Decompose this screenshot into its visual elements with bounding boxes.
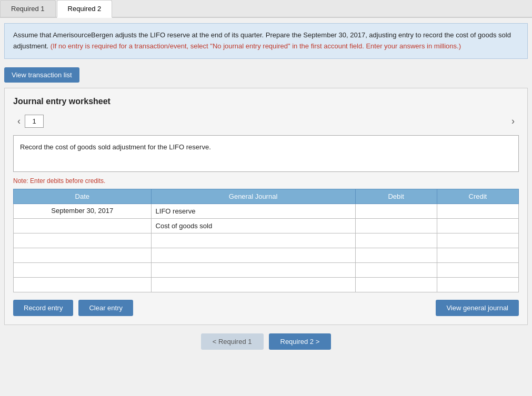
action-buttons: Record entry Clear entry View general jo…: [13, 300, 519, 316]
table-row: [14, 248, 519, 262]
cell-debit-0[interactable]: [355, 204, 437, 218]
cell-credit-2[interactable]: [437, 233, 518, 248]
cell-date-2: [14, 233, 152, 248]
nav-row: ‹ 1 ›: [13, 114, 519, 129]
journal-table: Date General Journal Debit Credit Septem…: [13, 189, 519, 292]
cell-debit-2[interactable]: [355, 233, 437, 248]
entry-description-text: Record the cost of goods sold adjustment…: [20, 143, 211, 151]
tab-required1[interactable]: Required 1: [0, 0, 56, 17]
instruction-box: Assume that AmerisourceBergen adjusts th…: [4, 23, 528, 59]
bottom-nav: < Required 1 Required 2 >: [0, 333, 532, 350]
cell-debit-3[interactable]: [355, 248, 437, 262]
cell-journal-2[interactable]: [151, 233, 355, 248]
tab-required2[interactable]: Required 2: [57, 0, 113, 18]
cell-journal-0[interactable]: LIFO reserve: [151, 204, 355, 218]
table-row: September 30, 2017LIFO reserve: [14, 204, 519, 218]
cell-credit-1[interactable]: [437, 218, 518, 233]
cell-debit-1[interactable]: [355, 218, 437, 233]
col-date: Date: [14, 189, 152, 204]
view-transaction-button[interactable]: View transaction list: [4, 67, 79, 83]
cell-date-5: [14, 277, 152, 292]
prev-required-button[interactable]: < Required 1: [201, 333, 264, 350]
table-row: [14, 233, 519, 248]
worksheet-container: Journal entry worksheet ‹ 1 › Record the…: [4, 88, 528, 325]
table-row: [14, 262, 519, 277]
note-text: Note: Enter debits before credits.: [13, 177, 519, 185]
clear-entry-button[interactable]: Clear entry: [78, 300, 133, 316]
cell-date-1: [14, 218, 152, 233]
cell-credit-4[interactable]: [437, 262, 518, 277]
instruction-red-text: (If no entry is required for a transacti…: [51, 42, 461, 50]
cell-journal-5[interactable]: [151, 277, 355, 292]
record-entry-button[interactable]: Record entry: [13, 300, 73, 316]
entry-description: Record the cost of goods sold adjustment…: [13, 135, 519, 172]
cell-credit-5[interactable]: [437, 277, 518, 292]
worksheet-title: Journal entry worksheet: [13, 97, 519, 106]
page-number: 1: [25, 115, 44, 128]
view-general-journal-button[interactable]: View general journal: [436, 300, 519, 316]
cell-journal-3[interactable]: [151, 248, 355, 262]
table-row: [14, 277, 519, 292]
tabs-bar: Required 1 Required 2: [0, 0, 532, 18]
prev-page-button[interactable]: ‹: [13, 114, 25, 129]
col-credit: Credit: [437, 189, 518, 204]
cell-debit-5[interactable]: [355, 277, 437, 292]
table-header-row: Date General Journal Debit Credit: [14, 189, 519, 204]
col-general-journal: General Journal: [151, 189, 355, 204]
col-debit: Debit: [355, 189, 437, 204]
next-required-button[interactable]: Required 2 >: [269, 333, 332, 350]
cell-journal-4[interactable]: [151, 262, 355, 277]
next-page-button[interactable]: ›: [507, 114, 519, 129]
cell-credit-0[interactable]: [437, 204, 518, 218]
cell-journal-1[interactable]: Cost of goods sold: [151, 218, 355, 233]
cell-credit-3[interactable]: [437, 248, 518, 262]
table-row: Cost of goods sold: [14, 218, 519, 233]
cell-date-0: September 30, 2017: [14, 204, 152, 218]
cell-date-3: [14, 248, 152, 262]
cell-date-4: [14, 262, 152, 277]
cell-debit-4[interactable]: [355, 262, 437, 277]
